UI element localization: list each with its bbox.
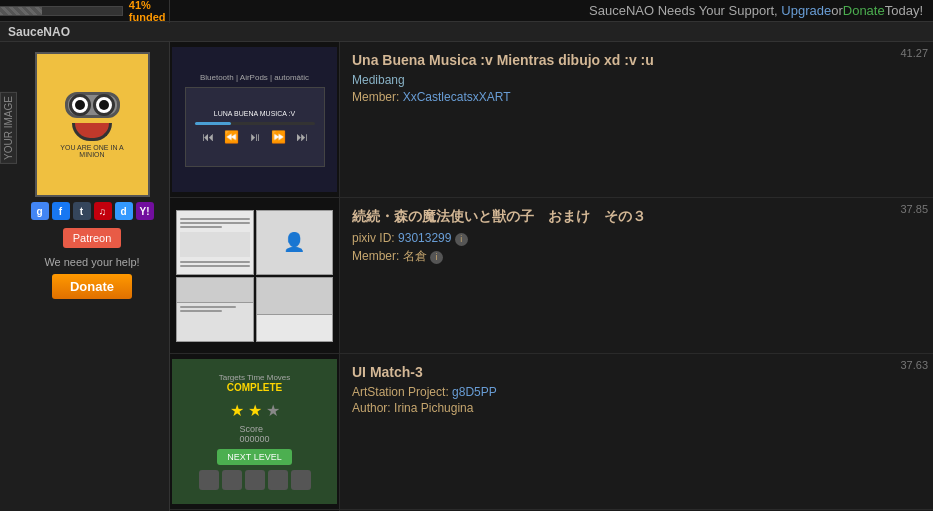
lastfm-icon[interactable]: ♫ bbox=[94, 202, 112, 220]
member-info-icon[interactable]: i bbox=[430, 251, 443, 264]
upgrade-link[interactable]: Upgrade bbox=[781, 3, 831, 18]
google-icon[interactable]: g bbox=[31, 202, 49, 220]
game-score: Score000000 bbox=[239, 424, 269, 444]
pixiv-link-2[interactable]: 93013299 bbox=[398, 231, 451, 245]
left-sidebar: YOUR IMAGE YOU ARE ONE IN AMINION bbox=[0, 42, 170, 511]
result-thumbnail-1: Bluetooth | AirPods | automàtic LUNA BUE… bbox=[170, 42, 340, 197]
minion-smile bbox=[72, 123, 112, 141]
star-1: ★ bbox=[230, 401, 244, 420]
manga-page-1 bbox=[176, 210, 254, 275]
your-image-label: YOUR IMAGE bbox=[0, 92, 17, 164]
game-icon-5 bbox=[291, 470, 311, 490]
top-banner: SauceNAO Needs Your Support, Upgrade or … bbox=[170, 0, 933, 22]
delicious-icon[interactable]: d bbox=[115, 202, 133, 220]
patreon-button[interactable]: Patreon bbox=[63, 228, 122, 248]
star-2: ★ bbox=[248, 401, 262, 420]
score-1: 41.27 bbox=[900, 47, 928, 59]
manga-page-4 bbox=[256, 277, 334, 342]
banner-text: SauceNAO Needs Your Support, bbox=[589, 3, 778, 18]
minion-pupil-right bbox=[99, 100, 109, 110]
result-item-3: Targets Time Moves COMPLETE ★ ★ ★ Score0… bbox=[170, 354, 933, 510]
progress-bar-fill bbox=[0, 7, 42, 15]
minion-eye-right bbox=[93, 94, 115, 116]
tumblr-icon[interactable]: t bbox=[73, 202, 91, 220]
social-icons: g f t ♫ d Y! bbox=[31, 202, 154, 220]
member-link-1[interactable]: XxCastlecatsxXART bbox=[403, 90, 511, 104]
manga-page-3 bbox=[176, 277, 254, 342]
result-info-3: 37.63 UI Match-3 ArtStation Project: g8D… bbox=[340, 354, 933, 509]
pixiv-info-icon[interactable]: i bbox=[455, 233, 468, 246]
result-member-1: Member: XxCastlecatsxXART bbox=[352, 90, 921, 104]
result-info-1: 41.27 Una Buena Musica :v Mientras dibuj… bbox=[340, 42, 933, 197]
site-header: SauceNAO bbox=[0, 22, 933, 42]
minion-text: YOU ARE ONE IN AMINION bbox=[60, 144, 123, 158]
donate-top-link[interactable]: Donate bbox=[843, 3, 885, 18]
result-title-1: Una Buena Musica :v Mientras dibujo xd :… bbox=[352, 52, 921, 68]
game-complete-text: COMPLETE bbox=[227, 382, 283, 393]
result-thumbnail-2: 👤 bbox=[170, 198, 340, 353]
game-icon-2 bbox=[222, 470, 242, 490]
result-info-2: 37.85 続続・森の魔法使いと獣の子 おまけ その３ pixiv ID: 93… bbox=[340, 198, 933, 353]
minion-goggle bbox=[65, 92, 120, 118]
today-text: Today! bbox=[885, 3, 923, 18]
result-item-2: 👤 bbox=[170, 198, 933, 354]
result-title-2: 続続・森の魔法使いと獣の子 おまけ その３ bbox=[352, 208, 921, 226]
or-text: or bbox=[831, 3, 843, 18]
yahoo-icon[interactable]: Y! bbox=[136, 202, 154, 220]
support-text: We need your help! bbox=[44, 256, 139, 268]
member-link-2[interactable]: 名倉 bbox=[403, 249, 427, 263]
game-icon-3 bbox=[245, 470, 265, 490]
pixiv-field-2: pixiv ID: 93013299 i bbox=[352, 231, 921, 246]
manga-page-2: 👤 bbox=[256, 210, 334, 275]
minion-pupil-left bbox=[75, 100, 85, 110]
artstation-field: ArtStation Project: g8D5PP bbox=[352, 385, 921, 399]
site-name: SauceNAO bbox=[8, 25, 70, 39]
author-field: Author: Irina Pichugina bbox=[352, 401, 921, 415]
minion-image: YOU ARE ONE IN AMINION bbox=[47, 70, 137, 180]
artstation-link[interactable]: g8D5PP bbox=[452, 385, 497, 399]
result-thumbnail-3: Targets Time Moves COMPLETE ★ ★ ★ Score0… bbox=[170, 354, 340, 509]
game-thumbnail: Targets Time Moves COMPLETE ★ ★ ★ Score0… bbox=[172, 359, 337, 504]
score-2: 37.85 bbox=[900, 203, 928, 215]
progress-bar bbox=[0, 6, 123, 16]
game-bottom-icons bbox=[199, 470, 311, 490]
manga-thumbnail: 👤 bbox=[172, 206, 337, 346]
result-title-3: UI Match-3 bbox=[352, 364, 921, 380]
results-panel: Bluetooth | AirPods | automàtic LUNA BUE… bbox=[170, 42, 933, 511]
result-item-1: Bluetooth | AirPods | automàtic LUNA BUE… bbox=[170, 42, 933, 198]
game-icon-1 bbox=[199, 470, 219, 490]
score-3: 37.63 bbox=[900, 359, 928, 371]
main-layout: YOUR IMAGE YOU ARE ONE IN AMINION bbox=[0, 42, 933, 511]
game-stars: ★ ★ ★ bbox=[230, 401, 280, 420]
manga-lines-3 bbox=[177, 303, 253, 315]
game-next-button[interactable]: NEXT LEVEL bbox=[217, 449, 291, 465]
manga-lines-1 bbox=[177, 215, 253, 270]
top-area: 41% funded SauceNAO Needs Your Support, … bbox=[0, 0, 933, 42]
top-row: 41% funded SauceNAO Needs Your Support, … bbox=[0, 0, 933, 22]
member-field-2: Member: 名倉 i bbox=[352, 248, 921, 265]
minion-eye-left bbox=[69, 94, 91, 116]
music-thumbnail: Bluetooth | AirPods | automàtic LUNA BUE… bbox=[172, 47, 337, 192]
star-3: ★ bbox=[266, 401, 280, 420]
facebook-icon[interactable]: f bbox=[52, 202, 70, 220]
donate-button[interactable]: Donate bbox=[52, 274, 132, 299]
result-source-1: Medibang bbox=[352, 73, 921, 87]
game-icon-4 bbox=[268, 470, 288, 490]
progress-section: 41% funded bbox=[0, 0, 170, 23]
uploaded-image: YOU ARE ONE IN AMINION bbox=[35, 52, 150, 197]
